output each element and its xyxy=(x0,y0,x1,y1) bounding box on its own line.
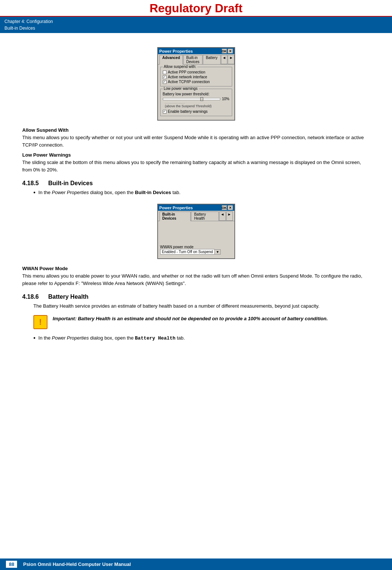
wwan-label: WWAN power mode xyxy=(160,245,232,249)
important-body: Battery Health is an estimate and should… xyxy=(78,316,328,321)
heading-wwan: WWAN Power Mode xyxy=(22,266,370,271)
bullet-dot: • xyxy=(33,188,36,197)
cb-ppp[interactable] xyxy=(163,71,167,74)
dialog1-tab-prev[interactable]: ◄ xyxy=(221,55,228,64)
slider-pct: 10% xyxy=(222,97,229,101)
text-battery-health: The Battery Health service provides an e… xyxy=(33,302,370,310)
wwan-select-value[interactable]: Enabled - Turn Off on Suspend xyxy=(160,249,215,255)
dialog1-title: Power Properties xyxy=(159,49,193,53)
dialog2-titlebar: Power Properties OK ✕ xyxy=(158,204,234,211)
cb-warnings-label: Enable battery warnings xyxy=(168,109,208,114)
subsection-4185-title: Built-in Devices xyxy=(48,180,93,187)
dialog2: Power Properties OK ✕ Built-in Devices B… xyxy=(157,204,235,259)
dialog1-tab-battery[interactable]: Battery xyxy=(203,55,221,64)
wwan-select[interactable]: Enabled - Turn Off on Suspend ▼ xyxy=(160,249,232,255)
dialog2-title: Power Properties xyxy=(159,206,193,210)
cb-ppp-label: Active PPP connection xyxy=(168,70,205,74)
footer-text: Psion Omnii Hand-Held Computer User Manu… xyxy=(23,561,131,567)
subsection-4186: 4.18.6 Battery Health xyxy=(22,294,370,300)
cb-tcpip-label: Active TCP/IP connection xyxy=(168,80,210,84)
dialog1-tabs: Advanced Built-in Devices Battery ◄ ► xyxy=(158,54,234,65)
warning-icon: ! xyxy=(33,315,47,329)
dialog1-slider-area: Battery low power threshold: 10% .......… xyxy=(163,92,230,114)
subsection-4185-num: 4.18.5 xyxy=(22,180,42,187)
dialog1-btns: OK ✕ xyxy=(222,49,233,53)
cb-warnings[interactable] xyxy=(163,110,167,114)
page-number: 88 xyxy=(6,561,17,568)
dialog1-group2-label: Low power warnings xyxy=(163,86,199,91)
text-allow-suspend: This menu allows you to specify whether … xyxy=(22,134,370,148)
dialog1-group1-label: Allow suspend with: xyxy=(163,65,198,69)
important-box: ! Important: Battery Health is an estima… xyxy=(33,315,370,329)
dialog2-ok-btn[interactable]: OK xyxy=(222,205,227,210)
dialog2-tab-battery-health[interactable]: Battery Health xyxy=(191,212,218,221)
dialog2-body: WWAN power mode Enabled - Turn Off on Su… xyxy=(158,221,234,258)
wwan-row: WWAN power mode Enabled - Turn Off on Su… xyxy=(160,245,232,255)
dialog2-tab-prev[interactable]: ◄ xyxy=(219,212,226,221)
main-content: Power Properties OK ✕ Advanced Built-in … xyxy=(0,33,392,352)
dialog1-close-btn[interactable]: ✕ xyxy=(228,49,233,53)
slider-track[interactable] xyxy=(163,98,221,100)
checkbox-network[interactable]: Active network interface xyxy=(163,75,230,79)
checkbox-ppp[interactable]: Active PPP connection xyxy=(163,70,230,74)
dialog1-group2: Low power warnings Battery low power thr… xyxy=(160,89,232,116)
page-header: Regulatory Draft xyxy=(0,0,392,17)
subsection-4186-title: Battery Health xyxy=(48,294,88,300)
cb-tcpip[interactable] xyxy=(163,80,167,84)
dialog1-tab-next[interactable]: ► xyxy=(228,55,234,64)
dialog1-tab-advanced[interactable]: Advanced xyxy=(159,55,183,65)
bullet-dot2: • xyxy=(33,334,36,343)
slider-label: Battery low power threshold: xyxy=(163,92,230,96)
important-label: Important: xyxy=(53,316,76,321)
dialog1-tab-builtin[interactable]: Built-in Devices xyxy=(183,55,202,64)
dialog2-tabs: Built-in Devices Battery Health ◄ ► xyxy=(158,211,234,221)
dialog2-tab-builtin[interactable]: Built-in Devices xyxy=(159,212,191,221)
dialog2-close-btn[interactable]: ✕ xyxy=(228,205,233,210)
chapter-title: Chapter 4: Configuration xyxy=(4,18,388,25)
heading-allow-suspend: Allow Suspend With xyxy=(22,127,370,133)
dialog2-container: Power Properties OK ✕ Built-in Devices B… xyxy=(22,204,370,259)
dialog1-titlebar: Power Properties OK ✕ xyxy=(158,48,234,54)
dialog1-checkboxes: Active PPP connection Active network int… xyxy=(163,70,230,84)
dialog1: Power Properties OK ✕ Advanced Built-in … xyxy=(157,47,235,121)
slider-dots: ................. xyxy=(165,101,230,104)
bullet-builtin: • In the Power Properties dialog box, op… xyxy=(33,189,370,197)
dialog1-container: Power Properties OK ✕ Advanced Built-in … xyxy=(22,47,370,121)
subchapter-title: Built-in Devices xyxy=(4,25,388,32)
text-wwan: This menu allows you to enable power to … xyxy=(22,272,370,287)
important-text: Important: Battery Health is an estimate… xyxy=(53,315,328,322)
text-low-power: The sliding scale at the bottom of this … xyxy=(22,159,370,173)
dialog1-group1: Allow suspend with: Active PPP connectio… xyxy=(160,67,232,86)
dialog2-btns: OK ✕ xyxy=(222,205,233,210)
slider-thumb[interactable] xyxy=(200,97,203,101)
heading-low-power: Low Power Warnings xyxy=(22,152,370,158)
subsection-4186-num: 4.18.6 xyxy=(22,294,42,300)
bullet-builtin-text: In the Power Properties dialog box, open… xyxy=(39,189,181,196)
slider-track-row: 10% xyxy=(163,97,230,101)
cb-network[interactable] xyxy=(163,75,167,79)
bullet-battery-health-text: In the Power Properties dialog box, open… xyxy=(39,334,185,342)
dialog1-body: Allow suspend with: Active PPP connectio… xyxy=(158,65,234,120)
cb-network-label: Active network interface xyxy=(168,75,207,79)
checkbox-warnings[interactable]: Enable battery warnings xyxy=(163,109,230,114)
checkbox-tcpip[interactable]: Active TCP/IP connection xyxy=(163,80,230,84)
slider-note: (above the Suspend Threshold) xyxy=(165,104,230,108)
wwan-select-arrow[interactable]: ▼ xyxy=(215,249,221,255)
bullet-battery-health: • In the Power Properties dialog box, op… xyxy=(33,334,370,343)
subsection-4185: 4.18.5 Built-in Devices xyxy=(22,180,370,187)
dialog1-ok-btn[interactable]: OK xyxy=(222,49,227,53)
chapter-bar: Chapter 4: Configuration Built-in Device… xyxy=(0,17,392,33)
page-title: Regulatory Draft xyxy=(0,1,392,15)
dialog2-tab-next[interactable]: ► xyxy=(226,212,233,221)
page-footer: 88 Psion Omnii Hand-Held Computer User M… xyxy=(0,558,392,570)
